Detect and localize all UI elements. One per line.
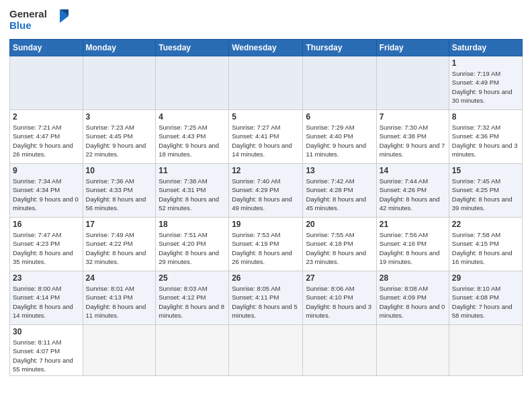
day-number: 11	[159, 166, 226, 175]
day-info: Sunrise: 7:58 AM Sunset: 4:15 PM Dayligh…	[452, 230, 519, 266]
day-number: 12	[232, 166, 300, 175]
calendar-cell	[83, 56, 156, 110]
calendar-cell: 15Sunrise: 7:45 AM Sunset: 4:25 PM Dayli…	[449, 164, 522, 218]
day-number: 15	[452, 166, 519, 175]
day-number: 27	[306, 273, 373, 283]
day-info: Sunrise: 7:45 AM Sunset: 4:25 PM Dayligh…	[452, 177, 519, 212]
day-info: Sunrise: 7:25 AM Sunset: 4:43 PM Dayligh…	[159, 123, 226, 158]
calendar-cell: 2Sunrise: 7:21 AM Sunset: 4:47 PM Daylig…	[10, 110, 83, 164]
calendar-cell: 9Sunrise: 7:34 AM Sunset: 4:34 PM Daylig…	[10, 164, 83, 218]
day-number: 22	[452, 220, 519, 229]
calendar-cell: 22Sunrise: 7:58 AM Sunset: 4:15 PM Dayli…	[449, 218, 522, 271]
day-info: Sunrise: 7:27 AM Sunset: 4:41 PM Dayligh…	[232, 123, 300, 158]
calendar-cell: 26Sunrise: 8:05 AM Sunset: 4:11 PM Dayli…	[229, 271, 303, 325]
day-info: Sunrise: 8:00 AM Sunset: 4:14 PM Dayligh…	[13, 284, 80, 320]
day-info: Sunrise: 7:21 AM Sunset: 4:47 PM Dayligh…	[13, 123, 80, 158]
calendar-cell: 11Sunrise: 7:38 AM Sunset: 4:31 PM Dayli…	[156, 164, 229, 218]
day-number: 21	[380, 220, 446, 229]
calendar-cell	[156, 325, 229, 376]
day-info: Sunrise: 7:30 AM Sunset: 4:38 PM Dayligh…	[380, 123, 446, 158]
calendar-cell: 6Sunrise: 7:29 AM Sunset: 4:40 PM Daylig…	[303, 110, 376, 164]
calendar-cell: 8Sunrise: 7:32 AM Sunset: 4:36 PM Daylig…	[449, 110, 522, 164]
calendar-cell	[229, 56, 303, 110]
day-number: 20	[306, 220, 373, 229]
day-info: Sunrise: 7:40 AM Sunset: 4:29 PM Dayligh…	[232, 177, 300, 212]
day-info: Sunrise: 7:34 AM Sunset: 4:34 PM Dayligh…	[13, 177, 80, 212]
logo: General Blue	[9, 7, 70, 34]
calendar-cell	[229, 325, 303, 376]
calendar-cell: 10Sunrise: 7:36 AM Sunset: 4:33 PM Dayli…	[83, 164, 156, 218]
day-number: 7	[380, 112, 446, 122]
calendar-cell: 18Sunrise: 7:51 AM Sunset: 4:20 PM Dayli…	[156, 218, 229, 271]
day-info: Sunrise: 8:11 AM Sunset: 4:07 PM Dayligh…	[13, 338, 80, 373]
weekday-header-wednesday: Wednesday	[229, 40, 303, 56]
calendar-cell: 1Sunrise: 7:19 AM Sunset: 4:49 PM Daylig…	[449, 56, 522, 110]
weekday-header-sunday: Sunday	[10, 40, 83, 56]
calendar-cell: 21Sunrise: 7:56 AM Sunset: 4:16 PM Dayli…	[376, 218, 449, 271]
day-number: 16	[13, 220, 80, 229]
day-info: Sunrise: 7:32 AM Sunset: 4:36 PM Dayligh…	[452, 123, 519, 158]
weekday-header-saturday: Saturday	[449, 40, 522, 56]
day-number: 3	[86, 112, 153, 122]
calendar-cell	[449, 325, 522, 376]
day-number: 25	[159, 273, 226, 283]
day-info: Sunrise: 8:03 AM Sunset: 4:12 PM Dayligh…	[159, 284, 226, 320]
day-number: 5	[232, 112, 300, 122]
calendar-week-1: 1Sunrise: 7:19 AM Sunset: 4:49 PM Daylig…	[10, 56, 523, 110]
calendar-cell: 13Sunrise: 7:42 AM Sunset: 4:28 PM Dayli…	[303, 164, 376, 218]
weekday-header-friday: Friday	[376, 40, 449, 56]
day-info: Sunrise: 7:47 AM Sunset: 4:23 PM Dayligh…	[13, 230, 80, 266]
day-number: 28	[380, 273, 446, 283]
calendar-cell: 14Sunrise: 7:44 AM Sunset: 4:26 PM Dayli…	[376, 164, 449, 218]
day-info: Sunrise: 7:53 AM Sunset: 4:19 PM Dayligh…	[232, 230, 300, 266]
day-number: 2	[13, 112, 80, 122]
day-info: Sunrise: 7:23 AM Sunset: 4:45 PM Dayligh…	[86, 123, 153, 158]
day-number: 17	[86, 220, 153, 229]
day-number: 6	[306, 112, 373, 122]
day-number: 9	[13, 166, 80, 175]
calendar-cell: 25Sunrise: 8:03 AM Sunset: 4:12 PM Dayli…	[156, 271, 229, 325]
weekday-header-thursday: Thursday	[303, 40, 376, 56]
day-number: 13	[306, 166, 373, 175]
day-number: 14	[380, 166, 446, 175]
calendar-cell: 23Sunrise: 8:00 AM Sunset: 4:14 PM Dayli…	[10, 271, 83, 325]
calendar-cell	[156, 56, 229, 110]
calendar-cell: 24Sunrise: 8:01 AM Sunset: 4:13 PM Dayli…	[83, 271, 156, 325]
weekday-header-tuesday: Tuesday	[156, 40, 229, 56]
day-info: Sunrise: 7:56 AM Sunset: 4:16 PM Dayligh…	[380, 230, 446, 266]
day-number: 23	[13, 273, 80, 283]
calendar-cell: 28Sunrise: 8:08 AM Sunset: 4:09 PM Dayli…	[376, 271, 449, 325]
svg-text:Blue: Blue	[9, 19, 32, 31]
calendar-cell	[303, 325, 376, 376]
day-number: 24	[86, 273, 153, 283]
calendar-cell	[83, 325, 156, 376]
day-number: 1	[452, 58, 519, 68]
weekday-header-row: SundayMondayTuesdayWednesdayThursdayFrid…	[10, 40, 523, 56]
calendar-week-4: 16Sunrise: 7:47 AM Sunset: 4:23 PM Dayli…	[10, 218, 523, 271]
day-number: 10	[86, 166, 153, 175]
calendar-cell: 16Sunrise: 7:47 AM Sunset: 4:23 PM Dayli…	[10, 218, 83, 271]
calendar-cell: 27Sunrise: 8:06 AM Sunset: 4:10 PM Dayli…	[303, 271, 376, 325]
day-info: Sunrise: 8:10 AM Sunset: 4:08 PM Dayligh…	[452, 284, 519, 320]
header: General Blue	[9, 7, 523, 34]
day-number: 19	[232, 220, 300, 229]
day-info: Sunrise: 7:55 AM Sunset: 4:18 PM Dayligh…	[306, 230, 373, 266]
day-info: Sunrise: 7:51 AM Sunset: 4:20 PM Dayligh…	[159, 230, 226, 266]
day-number: 18	[159, 220, 226, 229]
day-info: Sunrise: 8:08 AM Sunset: 4:09 PM Dayligh…	[380, 284, 446, 320]
day-info: Sunrise: 7:19 AM Sunset: 4:49 PM Dayligh…	[452, 69, 519, 105]
day-info: Sunrise: 7:49 AM Sunset: 4:22 PM Dayligh…	[86, 230, 153, 266]
day-info: Sunrise: 7:42 AM Sunset: 4:28 PM Dayligh…	[306, 177, 373, 212]
calendar-cell: 3Sunrise: 7:23 AM Sunset: 4:45 PM Daylig…	[83, 110, 156, 164]
calendar-week-5: 23Sunrise: 8:00 AM Sunset: 4:14 PM Dayli…	[10, 271, 523, 325]
svg-text:General: General	[9, 8, 47, 19]
generalblue-logo: General Blue	[9, 7, 70, 34]
day-number: 4	[159, 112, 226, 122]
calendar-cell: 17Sunrise: 7:49 AM Sunset: 4:22 PM Dayli…	[83, 218, 156, 271]
day-number: 29	[452, 273, 519, 283]
calendar-table: SundayMondayTuesdayWednesdayThursdayFrid…	[9, 39, 523, 376]
page: General Blue SundayMondayTuesdayWednesda…	[0, 0, 532, 411]
day-info: Sunrise: 7:36 AM Sunset: 4:33 PM Dayligh…	[86, 177, 153, 212]
calendar-cell	[376, 325, 449, 376]
day-info: Sunrise: 8:05 AM Sunset: 4:11 PM Dayligh…	[232, 284, 300, 320]
